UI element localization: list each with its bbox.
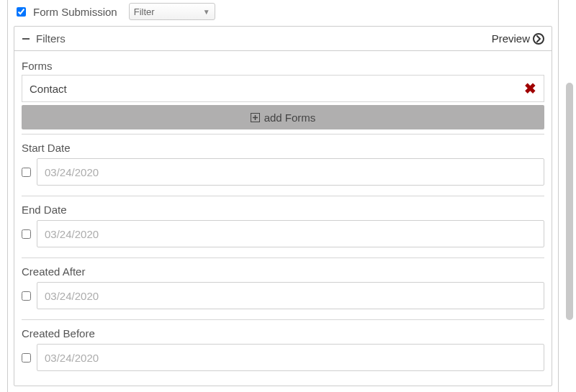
scrollbar-track[interactable] — [566, 0, 573, 392]
field-block-created-after: Created After — [22, 257, 544, 319]
created-before-label: Created Before — [22, 327, 544, 339]
chevron-down-icon: ▼ — [203, 8, 210, 16]
created-after-label: Created After — [22, 265, 544, 278]
close-icon[interactable]: ✖ — [524, 81, 536, 96]
start-date-label: Start Date — [22, 142, 544, 154]
end-date-checkbox[interactable] — [22, 229, 31, 239]
created-before-checkbox[interactable] — [22, 353, 31, 363]
scrollbar-thumb[interactable] — [566, 83, 573, 320]
start-date-input[interactable] — [37, 158, 544, 186]
end-date-label: End Date — [22, 204, 544, 216]
filters-panel: Filters Preview Forms Contact ✖ — [14, 26, 552, 386]
created-before-input[interactable] — [37, 344, 544, 371]
start-date-checkbox[interactable] — [22, 168, 31, 177]
filters-collapse-toggle[interactable]: Filters — [22, 32, 66, 45]
field-block-created-before: Created Before — [22, 319, 544, 381]
preview-label: Preview — [492, 32, 530, 45]
add-forms-button[interactable]: add Forms — [22, 105, 544, 129]
svg-point-0 — [534, 34, 544, 44]
form-submission-checkbox[interactable] — [17, 7, 26, 17]
form-item: Contact ✖ — [22, 75, 544, 102]
preview-button[interactable]: Preview — [492, 32, 544, 45]
created-after-checkbox[interactable] — [22, 291, 31, 301]
created-after-input[interactable] — [37, 282, 544, 309]
filter-dropdown[interactable]: Filter ▼ — [129, 3, 215, 20]
plus-box-icon — [251, 113, 260, 122]
add-forms-label: add Forms — [264, 111, 316, 124]
filter-dropdown-value: Filter — [134, 6, 155, 17]
form-submission-label: Form Submission — [33, 6, 117, 18]
minus-icon — [22, 35, 30, 43]
forms-section-label: Forms — [22, 55, 544, 75]
form-item-name: Contact — [30, 83, 67, 95]
form-submission-toggle[interactable]: Form Submission — [14, 5, 117, 19]
filters-title: Filters — [36, 32, 66, 45]
arrow-right-circle-icon — [533, 33, 544, 45]
field-block-start-date: Start Date — [22, 134, 544, 196]
end-date-input[interactable] — [37, 220, 544, 247]
field-block-end-date: End Date — [22, 196, 544, 257]
